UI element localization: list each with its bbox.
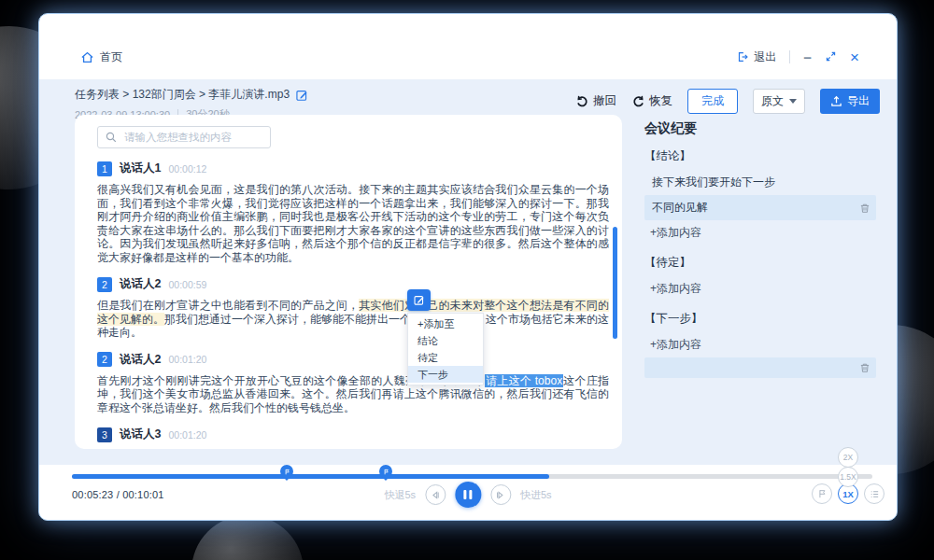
export-icon [830,95,842,107]
paragraph-text: 但是我们在刚才宣讲之中也能看到不同的产品之间， [97,299,359,312]
export-label: 导出 [847,93,870,109]
speaker-badge: 3 [97,427,112,442]
fast-forward-icon [496,490,506,500]
minutes-section-pending: 【待定】 [644,255,876,271]
marker-pin[interactable] [277,462,296,481]
menu-item-pending[interactable]: 待定 [408,349,483,366]
minutes-item-selected[interactable] [644,357,876,378]
content-area: 任务列表 > 132部门周会 > 李菲儿演讲.mp3 2022-03-09 13… [39,79,897,465]
marker-pin[interactable] [376,462,395,481]
add-to-minutes-button[interactable] [407,289,431,311]
minutes-panel: 会议纪要 【结论】 接下来我们要开始下一步 不同的见解 +添加内容 【待定】 +… [644,120,876,378]
time-separator: / [113,489,122,500]
home-button[interactable]: 首页 [80,49,122,65]
segment-header: 2 说话人2 00:00:59 [97,276,609,292]
breadcrumb[interactable]: 任务列表 > 132部门周会 > 李菲儿演讲.mp3 [75,87,290,103]
maximize-button[interactable] [825,50,837,64]
home-icon [80,50,94,64]
expand-icon [825,50,837,63]
close-button[interactable]: × [850,49,859,65]
transcript-paragraph[interactable]: 但是我们在刚才宣讲之中也能看到不同的产品之间，其实他们对自己的未来对整个这个想法… [97,299,609,340]
progress-fill [72,474,549,479]
selected-text[interactable]: 请上这个 tobox [485,374,563,387]
trash-icon[interactable] [859,362,870,373]
speaker-badge: 2 [97,277,112,292]
segment-timestamp[interactable]: 00:01:20 [168,429,206,441]
minutes-title: 会议纪要 [644,120,876,137]
chevron-down-icon [789,99,797,104]
rewind-5s-button[interactable] [425,484,446,505]
speaker-name[interactable]: 说话人1 [120,161,161,176]
forward-label: 快进5s [520,488,552,502]
minutes-section-conclusion: 【结论】 [644,148,876,164]
speaker-name[interactable]: 说话人2 [120,276,161,292]
undo-label: 撤回 [593,93,616,109]
segment-timestamp[interactable]: 00:00:12 [168,163,206,175]
segment-timestamp[interactable]: 00:00:59 [168,279,206,290]
menu-item-conclusion[interactable]: 结论 [408,332,483,349]
minutes-item[interactable]: 接下来我们要开始下一步 [644,170,876,195]
segment-header: 1 说话人1 00:00:12 [97,161,609,176]
view-mode-label: 原文 [761,93,784,109]
segment-timestamp[interactable]: 00:01:20 [168,354,206,365]
add-to-context-menu: +添加至 结论 待定 下一步 [407,313,484,385]
playlist-button[interactable] [864,483,884,504]
app-window: 首页 退出 − × 任务列表 > 132部门周会 > 李菲儿 [38,13,898,521]
transcript-paragraph[interactable]: 很高兴我们又有机会见面，这是我们的第八次活动。接下来的主题其实应该结合我们众星云… [97,183,609,264]
progress-bar[interactable] [72,474,872,479]
toolbar: 撤回 恢复 完成 原文 导出 [575,89,880,114]
segment-header: 3 说话人3 00:01:20 [97,427,609,442]
menu-item-next-step[interactable]: 下一步 [408,366,483,383]
edit-pen-icon [413,294,425,306]
redo-button[interactable]: 恢复 [631,93,672,109]
redo-icon [631,94,645,108]
scrollbar-thumb[interactable] [613,227,617,339]
paragraph-text: 那我们想通过一个深入探讨，能够能不能拼出一个对这个移动 IM 这个市场包括它未来… [97,313,609,340]
speed-option-1-5x[interactable]: 1.5X [838,467,858,487]
speaker-name[interactable]: 说话人2 [120,352,161,368]
home-label: 首页 [100,49,122,65]
segment-header: 2 说话人2 00:01:20 [97,352,609,368]
playback-controls: 快退5s 快进5s [384,482,551,508]
menu-item-add-to[interactable]: +添加至 [408,315,483,332]
transcript-paragraph[interactable]: 首先刚才这个刚刚讲完这个开放开心飞豆的这个像全部的人魏亮来这个魏亮，请上这个 t… [97,374,609,415]
search-box[interactable] [97,126,271,148]
flag-pin-icon [379,465,392,478]
titlebar-divider [789,50,790,63]
search-icon [106,132,117,143]
forward-5s-button[interactable] [490,484,511,505]
minutes-item-text: 不同的见解 [652,201,708,214]
minimize-button[interactable]: − [803,50,812,64]
marker-flag-button[interactable] [812,483,832,504]
flag-icon [817,489,827,498]
undo-button[interactable]: 撤回 [575,93,616,109]
trash-icon[interactable] [859,203,870,214]
edit-title-icon[interactable] [295,89,308,102]
view-mode-select[interactable]: 原文 [753,89,805,114]
logout-icon [736,50,749,63]
done-button[interactable]: 完成 [687,89,738,114]
pause-button[interactable] [455,482,481,508]
add-content-button[interactable]: +添加内容 [644,332,876,357]
time-display: 00:05:23 / 00:10:01 [72,489,164,500]
flag-pin-icon [280,465,293,478]
audio-player: 00:05:23 / 00:10:01 快退5s 快进5s [39,465,897,520]
minutes-section-next: 【下一步】 [644,311,876,327]
exit-button[interactable]: 退出 [736,49,776,65]
decorative-sphere [191,515,304,560]
current-time: 00:05:23 [72,489,113,500]
undo-icon [575,94,589,108]
total-time: 00:10:01 [122,489,163,500]
minutes-item-selected[interactable]: 不同的见解 [644,195,876,220]
speaker-name[interactable]: 说话人3 [120,427,161,442]
exit-label: 退出 [754,49,776,65]
add-content-button[interactable]: +添加内容 [644,220,876,245]
titlebar: 首页 退出 − × [39,14,897,79]
speed-option-2x[interactable]: 2X [838,447,858,468]
search-input[interactable] [122,131,270,144]
add-content-button[interactable]: +添加内容 [644,276,876,301]
redo-label: 恢复 [649,93,672,109]
transcript-card: 1 说话人1 00:00:12 很高兴我们又有机会见面，这是我们的第八次活动。接… [75,115,622,449]
list-icon [870,489,880,499]
export-button[interactable]: 导出 [820,89,880,114]
